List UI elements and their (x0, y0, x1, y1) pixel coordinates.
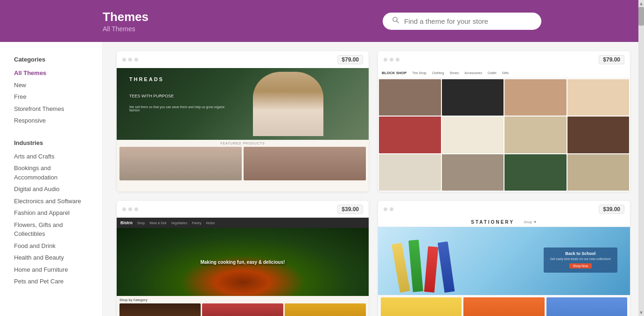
blockshop-cell-7 (504, 117, 567, 153)
blockshop-nav-link-3: Shoes (449, 71, 459, 75)
blockshop-nav-link-6: Gifts (502, 71, 509, 75)
blockshop-cell-5 (379, 117, 441, 153)
theme-content: $79.00 Threads TEES WITH PURPOSE We sell… (103, 42, 644, 316)
scrollbar: ▲ ▼ (638, 0, 644, 316)
dot-2 (128, 58, 132, 62)
stationery-prod-2 (463, 297, 544, 316)
stationery-nav-shop: Shop ▼ (524, 220, 537, 224)
blockshop-cell-11 (504, 154, 567, 191)
blockshop-cell-9 (379, 154, 441, 191)
industries-title: Industries (14, 139, 93, 146)
blockshop-cell-2 (442, 79, 504, 116)
scroll-track (638, 26, 644, 309)
bistro-nav-link-5: Herbs (206, 221, 215, 225)
stationery-brand: STATIONERY (471, 220, 514, 225)
sidebar-item-storefront-themes[interactable]: Storefront Themes (14, 104, 93, 114)
svg-line-1 (397, 21, 399, 23)
blockshop-nav-link-2: Clothing (432, 71, 444, 75)
window-dots-4 (384, 207, 393, 211)
bistro-logo: Bistro (120, 220, 133, 225)
sidebar-item-arts-crafts[interactable]: Arts and Crafts (14, 152, 93, 161)
threads-hero-bg: Threads TEES WITH PURPOSE We sell them s… (117, 68, 369, 140)
theme-preview-stationery: STATIONERY Shop ▼ (378, 218, 630, 316)
bistro-tagline: Making cooking fun, easy & delicious! (142, 259, 343, 264)
pencil-2 (408, 240, 423, 293)
blockshop-image-grid (378, 78, 630, 192)
threads-prod-2 (244, 147, 366, 180)
blockshop-cell-6 (442, 117, 504, 153)
sidebar-item-free[interactable]: Free (14, 92, 93, 102)
pencil-4 (438, 241, 455, 293)
sidebar-item-digital-audio[interactable]: Digital and Audio (14, 185, 93, 194)
stationery-cta[interactable]: Shop Now (569, 263, 592, 268)
dot-5 (390, 58, 393, 62)
theme-card-stationery[interactable]: $39.00 STATIONERY Shop ▼ (378, 201, 630, 316)
scroll-down-arrow[interactable]: ▼ (638, 309, 644, 316)
theme-card-blockshop[interactable]: $79.00 BLOCK SHOP The Shop Clothing Shoe… (378, 51, 630, 192)
dot-3 (134, 58, 138, 62)
bistro-categories: Shop by Category (117, 296, 369, 316)
search-input[interactable] (404, 17, 532, 25)
stationery-banner: Back to School Get early bird deals on o… (544, 247, 617, 273)
theme-card-bistro[interactable]: $39.00 Bistro Shop Meat & Deli Vegetable… (117, 201, 369, 316)
header-subtitle: All Themes (103, 25, 148, 33)
sidebar: Categories All Themes New Free Storefron… (0, 42, 103, 316)
theme-card-header-stationery: $39.00 (378, 201, 630, 218)
theme-card-header-threads: $79.00 (117, 51, 369, 68)
dot-11 (390, 207, 393, 211)
threads-preview-inner: Threads TEES WITH PURPOSE We sell them s… (117, 68, 369, 192)
blockshop-nav-bar: BLOCK SHOP The Shop Clothing Shoes Acces… (378, 68, 630, 78)
bistro-nav-link-4: Pantry (192, 221, 201, 225)
sidebar-item-all-themes[interactable]: All Themes (14, 69, 93, 78)
theme-price-stationery: $39.00 (599, 205, 624, 214)
window-dots-3 (122, 207, 138, 211)
pencil-1 (392, 243, 410, 293)
dot-7 (122, 207, 126, 211)
stationery-supplies (391, 237, 491, 295)
sidebar-item-fashion[interactable]: Fashion and Apparel (14, 208, 93, 218)
bistro-cat-1 (119, 303, 201, 316)
threads-prod-1 (119, 147, 242, 180)
stationery-banner-sub: Get early bird deals on our new collecti… (550, 257, 611, 261)
theme-grid: $79.00 Threads TEES WITH PURPOSE We sell… (117, 51, 630, 316)
blockshop-nav-link-4: Accessories (464, 71, 482, 75)
threads-featured-label: FEATURED PRODUCTS (119, 142, 366, 145)
search-icon (392, 16, 399, 26)
threads-sub-text: We sell them so that you can wear them a… (129, 105, 225, 112)
sidebar-item-bookings[interactable]: Bookings and Accommodation (14, 164, 93, 182)
header: Themes All Themes (0, 0, 644, 42)
bistro-hero: Making cooking fun, easy & delicious! (117, 228, 369, 296)
search-bar[interactable] (383, 13, 541, 30)
theme-card-threads[interactable]: $79.00 Threads TEES WITH PURPOSE We sell… (117, 51, 369, 192)
sidebar-item-pets[interactable]: Pets and Pet Care (14, 277, 93, 286)
dot-6 (396, 58, 399, 62)
bistro-nav: Bistro Shop Meat & Deli Vegetables Pantr… (117, 218, 369, 228)
scroll-thumb[interactable] (638, 7, 644, 26)
blockshop-cell-10 (442, 154, 504, 191)
sidebar-item-electronics[interactable]: Electronics and Software (14, 197, 93, 206)
stationery-products (378, 295, 630, 316)
theme-card-header-bistro: $39.00 (117, 201, 369, 218)
scroll-up-arrow[interactable]: ▲ (638, 0, 644, 7)
dot-1 (122, 58, 126, 62)
blockshop-nav-link-5: Outlet (488, 71, 497, 75)
blockshop-nav-link-1: The Shop (412, 71, 426, 75)
stationery-prod-3 (546, 297, 627, 316)
theme-card-header-blockshop: $79.00 (378, 51, 630, 68)
blockshop-nav-title: BLOCK SHOP (382, 71, 406, 75)
header-titles: Themes All Themes (103, 10, 148, 33)
sidebar-item-new[interactable]: New (14, 81, 93, 90)
sidebar-item-food[interactable]: Food and Drink (14, 241, 93, 251)
dot-4 (384, 58, 387, 62)
theme-preview-bistro: Bistro Shop Meat & Deli Vegetables Pantr… (117, 218, 369, 316)
window-dots-2 (384, 58, 399, 62)
sidebar-item-responsive[interactable]: Responsive (14, 116, 93, 125)
sidebar-item-flowers[interactable]: Flowers, Gifts and Collectibles (14, 220, 93, 239)
bistro-nav-link-1: Shop (137, 221, 145, 225)
bistro-cat-3 (285, 303, 366, 316)
theme-price-blockshop: $79.00 (599, 55, 624, 64)
bistro-nav-link-2: Meat & Deli (149, 221, 166, 225)
theme-price-threads: $79.00 (337, 55, 363, 64)
sidebar-item-health[interactable]: Health and Beauty (14, 253, 93, 262)
sidebar-item-home[interactable]: Home and Furniture (14, 265, 93, 275)
